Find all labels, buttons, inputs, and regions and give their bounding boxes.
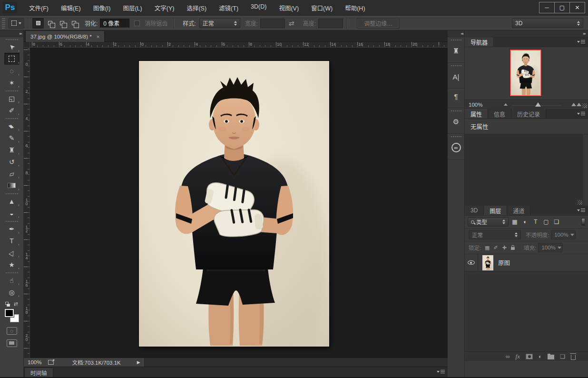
clone-stamp-tool[interactable]: ♜ — [4, 144, 20, 156]
add-mask-icon[interactable] — [526, 353, 533, 360]
zoom-tool[interactable]: ◎ — [4, 286, 20, 298]
gradient-tool[interactable] — [4, 179, 20, 191]
add-selection-mode[interactable] — [44, 18, 56, 29]
opacity-select[interactable]: 100% — [551, 230, 576, 239]
collapse-tools-button[interactable]: ▸▸ — [0, 30, 23, 37]
filter-shape-layers-icon[interactable]: ▢ — [541, 217, 551, 227]
foreground-color-swatch[interactable] — [5, 309, 14, 317]
menu-item-6[interactable]: 滤镜(T) — [213, 0, 245, 16]
new-selection-mode[interactable] — [32, 18, 44, 29]
path-selection-tool[interactable]: ▷ — [4, 247, 20, 259]
maximize-button[interactable]: ▢ — [554, 2, 570, 13]
panel-resize-grip[interactable] — [578, 200, 582, 205]
move-tool[interactable]: ➤ — [4, 41, 20, 53]
link-layers-icon[interactable]: ∞ — [506, 353, 510, 360]
visibility-cell[interactable] — [465, 254, 478, 271]
blend-mode-select[interactable]: 正常 — [469, 230, 521, 239]
custom-shape-tool[interactable]: ★ — [4, 259, 20, 270]
filter-adjustment-layers-icon[interactable]: ◐ — [520, 217, 530, 227]
lock-transparency-icon[interactable]: ▦ — [483, 244, 491, 251]
swap-dimensions-icon[interactable]: ⇄ — [289, 20, 294, 27]
options-grip[interactable] — [2, 18, 5, 29]
minimize-button[interactable]: ─ — [539, 2, 555, 13]
canvas-viewport[interactable]: 02468101214161820 — [24, 48, 448, 358]
creative-cloud-panel-icon[interactable]: ∞ — [450, 141, 462, 154]
zoom-level[interactable]: 100% — [28, 359, 41, 365]
lock-image-icon[interactable]: ✐ — [491, 244, 500, 251]
slider-thumb[interactable] — [535, 102, 541, 107]
navigator-zoom-slider[interactable] — [510, 100, 564, 109]
spot-healing-brush-tool[interactable]: ▰ — [4, 120, 20, 132]
layer-thumbnail[interactable] — [482, 255, 493, 270]
tab-layers-1[interactable]: 图层 — [484, 206, 507, 215]
menu-item-7[interactable]: 3D(D) — [245, 0, 273, 16]
blur-tool[interactable]: ▲ — [4, 195, 20, 207]
layer-name[interactable]: 原图 — [498, 258, 510, 267]
dodge-tool[interactable]: ◒ — [4, 207, 20, 219]
menu-item-0[interactable]: 文件(F) — [23, 0, 55, 16]
menu-item-8[interactable]: 视图(V) — [273, 0, 305, 16]
refine-edge-button[interactable]: 调整边缘… — [357, 18, 400, 29]
timeline-menu-icon[interactable] — [437, 370, 445, 373]
crop-tool[interactable]: ◱ — [4, 92, 20, 104]
subtract-selection-mode[interactable] — [56, 18, 68, 29]
lasso-tool[interactable]: ◌ — [4, 65, 20, 77]
new-group-icon[interactable] — [548, 353, 554, 360]
collapse-strip-button[interactable]: ◂◂ — [448, 30, 464, 37]
canvas-image[interactable] — [139, 61, 329, 347]
style-select[interactable]: 正常 — [199, 18, 240, 28]
eye-icon[interactable] — [468, 260, 475, 265]
tool-presets-panel-icon[interactable]: ⚙ — [450, 116, 462, 128]
navigator-proxy[interactable] — [510, 50, 541, 96]
quick-selection-tool[interactable]: ✶ — [4, 77, 20, 89]
menu-item-2[interactable]: 图像(I) — [87, 0, 117, 16]
paragraph-panel-icon[interactable]: ¶ — [450, 90, 462, 102]
close-button[interactable]: ✕ — [569, 2, 585, 13]
timeline-tab[interactable]: 时间轴 — [24, 368, 53, 377]
delete-layer-icon[interactable] — [571, 353, 576, 360]
close-document-icon[interactable]: × — [97, 34, 99, 40]
character-panel-icon[interactable]: A| — [450, 70, 462, 83]
clone-source-panel-icon[interactable]: ♜ — [450, 45, 462, 57]
height-input[interactable] — [318, 19, 343, 28]
brush-tool[interactable]: ✎ — [4, 132, 20, 144]
new-layer-icon[interactable]: ❏ — [560, 353, 565, 360]
tab-navigator[interactable]: 导航器 — [465, 37, 494, 47]
feather-input[interactable]: 0 像素 — [100, 19, 129, 28]
hand-tool[interactable]: ☝ — [4, 274, 20, 286]
swap-colors-icon[interactable]: ⇄ — [13, 301, 18, 307]
screen-mode-button[interactable] — [7, 339, 17, 347]
tab-properties-0[interactable]: 属性 — [465, 109, 488, 119]
quick-mask-button[interactable]: ◌ — [7, 327, 17, 335]
eraser-tool[interactable]: ▱ — [4, 168, 20, 179]
rectangular-marquee-tool[interactable] — [4, 53, 20, 65]
menu-item-4[interactable]: 文字(Y) — [148, 0, 181, 16]
filter-type-select[interactable]: 类型 — [468, 217, 509, 227]
share-icon[interactable]: ↗ — [48, 360, 54, 365]
tool-preset-picker[interactable] — [8, 18, 24, 29]
adjustment-layer-icon[interactable]: ◐ — [539, 353, 542, 360]
type-tool[interactable]: T — [4, 235, 20, 247]
document-tab[interactable]: 37.jpg @ 100%(RGB/8) * × — [25, 30, 105, 42]
intersect-selection-mode[interactable] — [68, 18, 79, 29]
zoom-out-icon[interactable] — [504, 103, 508, 106]
filter-type-layers-icon[interactable]: T — [530, 217, 541, 227]
tab-layers-0[interactable]: 3D — [465, 206, 484, 215]
history-brush-tool[interactable]: ↺ — [4, 156, 20, 168]
tab-properties-1[interactable]: 信息 — [488, 109, 511, 119]
layer-row-0[interactable]: 原图 — [465, 254, 588, 271]
zoom-in-icon[interactable] — [571, 103, 581, 106]
navigator-menu-icon[interactable] — [577, 40, 585, 43]
antialias-checkbox[interactable] — [134, 20, 140, 26]
eyedropper-tool[interactable]: ✐ — [4, 104, 20, 116]
tab-layers-2[interactable]: 通道 — [507, 206, 530, 215]
properties-menu-icon[interactable] — [577, 112, 585, 115]
filter-smart-objects-icon[interactable]: ❏ — [551, 217, 562, 227]
menu-item-10[interactable]: 帮助(H) — [339, 0, 371, 16]
tab-properties-2[interactable]: 历史记录 — [511, 109, 546, 119]
layers-menu-icon[interactable] — [577, 209, 585, 212]
menu-item-3[interactable]: 图层(L) — [117, 0, 148, 16]
fill-select[interactable]: 100% — [538, 243, 563, 252]
pen-tool[interactable]: ✒ — [4, 223, 20, 235]
menu-item-5[interactable]: 选择(S) — [180, 0, 213, 16]
